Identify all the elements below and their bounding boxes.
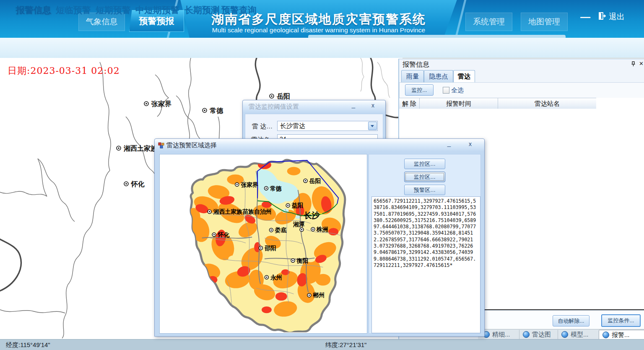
- app-subtitle: Multi scale regional geological disaster…: [189, 26, 449, 34]
- dock-tab-label: 精细...: [492, 331, 510, 339]
- application-window: 气象信息 预警预报 湖南省多尺度区域地质灾害预警系统 Multi scale r…: [0, 0, 644, 350]
- status-bar: 经度:115°49'14" 纬度:27°21'31": [0, 339, 644, 350]
- column-header-release[interactable]: 解 除: [399, 98, 420, 110]
- city-label: 常德: [210, 107, 223, 114]
- radar-select-value: 长沙雷达: [280, 122, 305, 130]
- city-label: 益阳: [291, 202, 304, 209]
- column-header-radar-station[interactable]: 雷达站名: [498, 98, 597, 110]
- close-icon[interactable]: ✕: [639, 60, 644, 67]
- status-longitude: 经度:115°49'14": [6, 341, 50, 349]
- city-label: 娄底: [275, 227, 287, 233]
- nav-system-manage-button[interactable]: 系统管理: [465, 13, 512, 31]
- city-label: 怀化: [218, 231, 230, 238]
- tab-radar[interactable]: 雷达: [453, 70, 475, 83]
- subnav-warning-query[interactable]: 预警查询: [221, 5, 257, 16]
- city-label: 衡阳: [296, 257, 309, 264]
- exit-label: 退出: [609, 11, 625, 22]
- dock-tab-label: 雷达图: [532, 331, 551, 339]
- monitor-button[interactable]: 监控...: [405, 84, 434, 96]
- tab-rainfall[interactable]: 雨量: [401, 70, 424, 82]
- city-label: 邵阳: [264, 245, 276, 251]
- monitor-region-button-1[interactable]: 监控区…: [404, 159, 445, 169]
- city-label: 张家界: [151, 100, 171, 107]
- city-label: 湘西土家族苗族自治州: [213, 208, 272, 215]
- subnav-alarm-info[interactable]: 报警信息: [16, 5, 51, 16]
- city-label: 永州: [270, 274, 282, 281]
- city-label: 岳阳: [277, 93, 290, 100]
- city-label: 郴州: [312, 292, 325, 298]
- dialog-title: 雷达预警区域选择: [166, 141, 217, 149]
- column-header-alarm-time[interactable]: 报警时间: [420, 98, 498, 110]
- city-label: 株洲: [316, 226, 328, 232]
- close-icon[interactable]: x: [469, 141, 472, 147]
- minimize-button[interactable]: —: [580, 11, 590, 23]
- risk-map-canvas[interactable]: 张家界 常德 岳阳 益阳 长沙 湘西土家族苗族自治州 湘潭 株洲 娄底: [159, 154, 367, 334]
- exit-button[interactable]: 退出: [598, 11, 625, 22]
- monitor-region-button-2[interactable]: 监控区…: [404, 172, 445, 182]
- city-label: 怀化: [130, 180, 145, 188]
- close-icon[interactable]: x: [371, 102, 374, 109]
- select-all-label: 全选: [451, 86, 464, 94]
- tab-hidden-danger[interactable]: 隐患点: [424, 70, 453, 82]
- subnav-longterm-forecast[interactable]: 长期预测: [184, 5, 220, 16]
- form-icon: [158, 142, 165, 149]
- dropdown-button[interactable]: [368, 122, 377, 130]
- hunan-risk-map: 张家界 常德 岳阳 益阳 长沙 湘西土家族苗族自治州 湘潭 株洲 娄底: [160, 154, 366, 332]
- radar-select[interactable]: 长沙雷达: [277, 121, 378, 131]
- dock-tab-model[interactable]: 模型...: [558, 330, 592, 339]
- chevron-down-icon: [371, 125, 374, 127]
- nav-map-manage-button[interactable]: 地图管理: [521, 13, 568, 31]
- city-label: 湘潭: [293, 221, 305, 227]
- minimize-icon[interactable]: _: [447, 140, 451, 147]
- subnav-midshort-warning[interactable]: 中短期预警: [135, 5, 179, 16]
- exit-door-icon: [598, 12, 606, 22]
- radar-field-label: 雷 达…: [252, 123, 273, 131]
- globe-icon: [523, 331, 530, 338]
- dialog-title: 雷达监控阈值设置: [249, 103, 299, 111]
- panel-toolbar: [399, 82, 644, 98]
- city-label: 张家界: [241, 181, 258, 188]
- dock-tab-alarm[interactable]: 报警...: [599, 330, 644, 340]
- dock-tab-strip: 精细... 雷达图 模型... 报警...: [478, 329, 644, 340]
- minimize-icon[interactable]: _: [352, 101, 355, 108]
- city-label: 岳阳: [309, 178, 321, 184]
- map-date-label: 日期:2023-03-31 02:02: [8, 65, 120, 77]
- globe-icon: [561, 331, 568, 338]
- dock-tab-label: 模型...: [571, 331, 589, 339]
- region-dialog-side-panel: 监控区… 监控区… 预警区… 656567.729112211,3297927.…: [369, 154, 481, 334]
- banner-bottom-strip: [308, 35, 566, 38]
- dock-tab-radar-image[interactable]: 雷达图: [519, 330, 554, 339]
- subnav-nowcast-warning[interactable]: 短临预警: [56, 5, 91, 16]
- dock-tab-label: 报警...: [612, 331, 630, 339]
- globe-icon: [602, 332, 609, 338]
- region-coordinates-textbox[interactable]: 656567.729112211,3297927.47615615,538716…: [371, 196, 480, 333]
- select-all-checkbox[interactable]: [443, 87, 449, 94]
- city-label-changsha: 长沙: [304, 211, 320, 220]
- status-latitude: 纬度:27°21'31": [325, 341, 366, 349]
- dock-tab-fine[interactable]: 精细...: [480, 330, 514, 339]
- auto-release-button[interactable]: 自动解除...: [553, 315, 589, 326]
- subnav-shortterm-warning[interactable]: 短期预警: [96, 5, 131, 16]
- radar-region-dialog: 雷达预警区域选择 _ x: [154, 138, 485, 337]
- monitor-condition-button[interactable]: 监控条件...: [601, 314, 641, 327]
- warning-region-button[interactable]: 预警区…: [404, 185, 445, 195]
- subnav-bar: [0, 38, 644, 58]
- pin-icon[interactable]: [631, 61, 636, 67]
- panel-title: 报警信息: [402, 60, 429, 69]
- alarm-table-body-right: [596, 98, 644, 310]
- city-label: 常德: [270, 185, 282, 192]
